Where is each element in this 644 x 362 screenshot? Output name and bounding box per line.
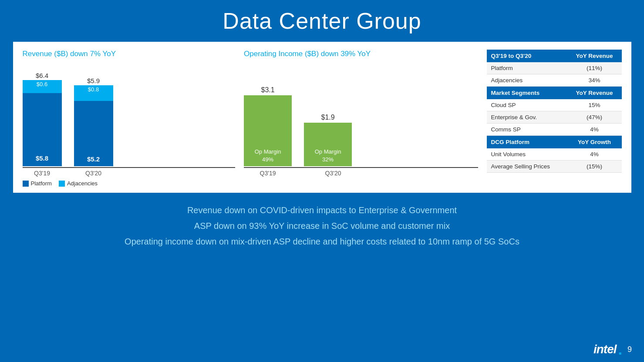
revenue-x-labels: Q3'19 Q3'20 (23, 170, 236, 177)
summary-table: Q3'19 to Q3'20 YoY Revenue Platform (11%… (487, 50, 622, 173)
revenue-chart-section: Revenue ($B) down 7% YoY $6.4 $0.6 $5.8 (23, 50, 236, 187)
q320-platform-bar: $5.2 (74, 101, 113, 166)
unit-volumes-label: Unit Volumes (487, 148, 567, 161)
q320-adjacencies-bar: $0.8 (74, 85, 113, 101)
op-q320-margin: Op Margin32% (304, 148, 352, 164)
table-h2-col1: Market Segments (487, 87, 567, 100)
page-container: Data Center Group Revenue ($B) down 7% Y… (0, 0, 644, 362)
table-h1-col2: YoY Revenue (567, 50, 622, 62)
q319-platform-bar: $5.8 (23, 93, 62, 166)
table-row: Comms SP 4% (487, 124, 622, 136)
q320-platform-label: $5.2 (74, 155, 113, 163)
q320-adjacencies-label: $0.8 (74, 85, 113, 94)
table-header-3: DCG Platform YoY Growth (487, 136, 622, 149)
table-header-2: Market Segments YoY Revenue (487, 87, 622, 100)
q320-bar-stack: $0.8 $5.2 (74, 85, 113, 166)
legend-platform-box (23, 181, 29, 187)
table-row: Cloud SP 15% (487, 99, 622, 111)
legend-adjacencies-label: Adjacencies (67, 180, 98, 187)
table-h3-col2: YoY Growth (567, 136, 622, 149)
legend-platform-label: Platform (31, 180, 52, 187)
bottom-text-3: Operating income down on mix-driven ASP … (30, 234, 614, 249)
page-title: Data Center Group (223, 8, 421, 34)
intel-logo-dot: . (618, 342, 622, 357)
op-q319-label: $3.1 (261, 86, 275, 94)
legend-adjacencies: Adjacencies (59, 180, 98, 187)
table-header-1: Q3'19 to Q3'20 YoY Revenue (487, 50, 622, 62)
bottom-section: Revenue down on COVID-driven impacts to … (13, 193, 631, 256)
platform-value: (11%) (567, 62, 622, 74)
op-chart-divider (244, 167, 478, 168)
op-x-q319: Q3'19 (244, 170, 292, 177)
table-row: Adjacencies 34% (487, 74, 622, 87)
platform-label: Platform (487, 62, 567, 74)
comms-sp-label: Comms SP (487, 124, 567, 136)
adjacencies-value: 34% (567, 74, 622, 87)
revenue-bar-chart: $6.4 $0.6 $5.8 $5.9 (23, 62, 236, 187)
legend-adjacencies-box (59, 181, 65, 187)
table-row: Platform (11%) (487, 62, 622, 74)
table-row: Average Selling Prices (15%) (487, 161, 622, 173)
asp-value: (15%) (567, 161, 622, 173)
q319-bar-stack: $0.6 $5.8 (23, 80, 62, 166)
table-section1-body: Platform (11%) Adjacencies 34% Market Se… (487, 62, 622, 173)
revenue-chart-divider (23, 167, 236, 168)
unit-volumes-value: 4% (567, 148, 622, 161)
data-table-section: Q3'19 to Q3'20 YoY Revenue Platform (11%… (487, 50, 622, 187)
op-bars-row: $3.1 Op Margin49% $1.9 Op Margin32% (244, 62, 478, 166)
bottom-text-1: Revenue down on COVID-driven impacts to … (30, 202, 614, 218)
table-row: Enterprise & Gov. (47%) (487, 111, 622, 124)
table-h1-col1: Q3'19 to Q3'20 (487, 50, 567, 62)
page-number: 9 (627, 345, 632, 354)
op-x-labels: Q3'19 Q3'20 (244, 170, 478, 177)
op-chart-title: Operating Income ($B) down 39% YoY (244, 50, 478, 58)
op-bar-chart: $3.1 Op Margin49% $1.9 Op Margin32% (244, 62, 478, 177)
adjacencies-label: Adjacencies (487, 74, 567, 87)
table-h2-col2: YoY Revenue (567, 87, 622, 100)
table-row: Unit Volumes 4% (487, 148, 622, 161)
q320-total-label: $5.9 (87, 77, 100, 84)
op-x-q320: Q3'20 (309, 170, 357, 177)
cloud-sp-value: 15% (567, 99, 622, 111)
op-bar-q319: $3.1 Op Margin49% (244, 86, 292, 166)
revenue-chart-title: Revenue ($B) down 7% YoY (23, 50, 236, 58)
table-h3-col1: DCG Platform (487, 136, 567, 149)
q319-platform-label: $5.8 (23, 154, 62, 163)
cloud-sp-label: Cloud SP (487, 99, 567, 111)
op-q319-bar: Op Margin49% (244, 95, 292, 166)
q319-adjacencies-bar: $0.6 (23, 80, 62, 93)
op-q320-label: $1.9 (321, 114, 335, 121)
revenue-bar-q319: $6.4 $0.6 $5.8 (23, 72, 62, 166)
chart-legend: Platform Adjacencies (23, 180, 236, 187)
bottom-text-2: ASP down on 93% YoY increase in SoC volu… (30, 218, 614, 234)
op-bar-q320: $1.9 Op Margin32% (304, 114, 352, 166)
op-income-chart-section: Operating Income ($B) down 39% YoY $3.1 … (244, 50, 478, 187)
q319-adjacencies-label: $0.6 (23, 80, 62, 88)
revenue-x-q319: Q3'19 (23, 170, 62, 177)
intel-logo-text: intel (593, 342, 617, 356)
op-q319-margin: Op Margin49% (244, 148, 292, 164)
revenue-x-q320: Q3'20 (74, 170, 113, 177)
revenue-bar-q320: $5.9 $0.8 $5.2 (74, 77, 113, 166)
q319-total-label: $6.4 (36, 72, 48, 79)
asp-label: Average Selling Prices (487, 161, 567, 173)
legend-platform: Platform (23, 180, 52, 187)
main-content: Revenue ($B) down 7% YoY $6.4 $0.6 $5.8 (13, 42, 631, 193)
comms-sp-value: 4% (567, 124, 622, 136)
intel-logo-area: intel. 9 (593, 342, 632, 357)
revenue-bars-row: $6.4 $0.6 $5.8 $5.9 (23, 62, 236, 166)
op-q320-bar: Op Margin32% (304, 123, 352, 166)
enterprise-label: Enterprise & Gov. (487, 111, 567, 124)
enterprise-value: (47%) (567, 111, 622, 124)
